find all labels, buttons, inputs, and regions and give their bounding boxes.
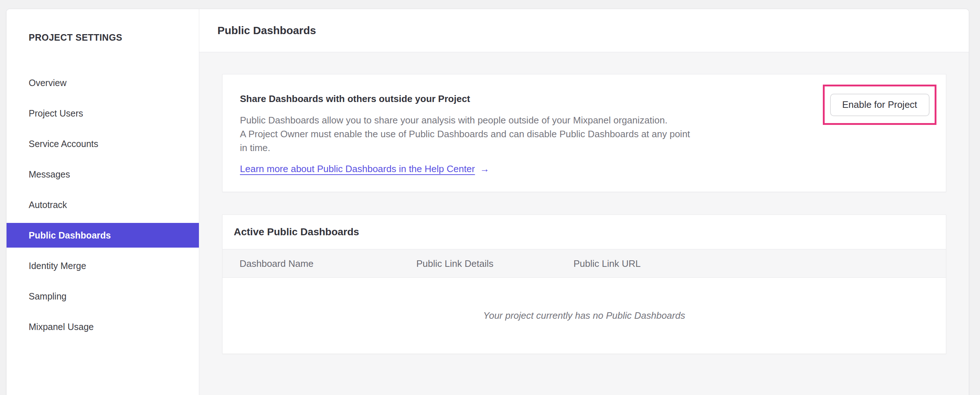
empty-state-message: Your project currently has no Public Das… — [483, 310, 685, 321]
active-public-dashboards-card: Active Public Dashboards Dashboard Name … — [222, 215, 946, 354]
sidebar-item-label: Autotrack — [29, 200, 67, 210]
sidebar-item-label: Messages — [29, 169, 70, 180]
page-title: Public Dashboards — [217, 24, 316, 37]
sidebar-item-label: Mixpanel Usage — [29, 322, 94, 332]
sidebar-item-public-dashboards[interactable]: Public Dashboards — [6, 223, 199, 248]
share-dashboards-card: Share Dashboards with others outside you… — [222, 74, 946, 192]
sidebar-title: PROJECT SETTINGS — [29, 32, 123, 43]
sidebar-item-overview[interactable]: Overview — [6, 70, 199, 95]
active-card-title: Active Public Dashboards — [234, 226, 359, 238]
arrow-right-icon: → — [480, 163, 490, 175]
sidebar-item-label: Overview — [29, 78, 67, 88]
dashboards-table-empty-area: Your project currently has no Public Das… — [223, 278, 946, 354]
sidebar-item-label: Service Accounts — [29, 139, 99, 149]
sidebar-item-autotrack[interactable]: Autotrack — [6, 193, 199, 217]
annotation-highlight-box: Enable for Project — [823, 84, 937, 125]
content-area: Share Dashboards with others outside you… — [199, 52, 969, 395]
project-settings-sidebar: PROJECT SETTINGS Overview Project Users … — [6, 9, 199, 395]
dashboards-table-header-row: Dashboard Name Public Link Details Publi… — [223, 249, 946, 278]
sidebar-item-label: Project Users — [29, 108, 83, 119]
public-dashboards-settings-page: PROJECT SETTINGS Overview Project Users … — [0, 0, 980, 395]
enable-for-project-button[interactable]: Enable for Project — [830, 94, 929, 116]
help-center-link[interactable]: Learn more about Public Dashboards in th… — [240, 163, 475, 175]
help-link-row: Learn more about Public Dashboards in th… — [240, 163, 946, 175]
sidebar-item-label: Sampling — [29, 291, 67, 302]
sidebar-nav: Overview Project Users Service Accounts … — [6, 70, 199, 345]
sidebar-item-project-users[interactable]: Project Users — [6, 101, 199, 126]
main-area: Public Dashboards Share Dashboards with … — [199, 9, 969, 395]
sidebar-item-messages[interactable]: Messages — [6, 162, 199, 186]
page-header: Public Dashboards — [199, 9, 969, 52]
sidebar-item-label: Public Dashboards — [29, 230, 111, 241]
sidebar-item-mixpanel-usage[interactable]: Mixpanel Usage — [6, 314, 199, 339]
sidebar-item-label: Identity Merge — [29, 261, 86, 271]
sidebar-item-identity-merge[interactable]: Identity Merge — [6, 253, 199, 278]
sidebar-item-service-accounts[interactable]: Service Accounts — [6, 131, 199, 156]
active-card-title-row: Active Public Dashboards — [223, 215, 946, 249]
settings-panel: PROJECT SETTINGS Overview Project Users … — [6, 9, 969, 395]
sidebar-item-sampling[interactable]: Sampling — [6, 284, 199, 309]
description-line: A Project Owner must enable the use of P… — [240, 127, 946, 141]
column-header-public-link-url: Public Link URL — [573, 258, 641, 269]
column-header-dashboard-name: Dashboard Name — [240, 258, 313, 269]
column-header-public-link-details: Public Link Details — [416, 258, 493, 269]
description-line: in time. — [240, 141, 946, 154]
